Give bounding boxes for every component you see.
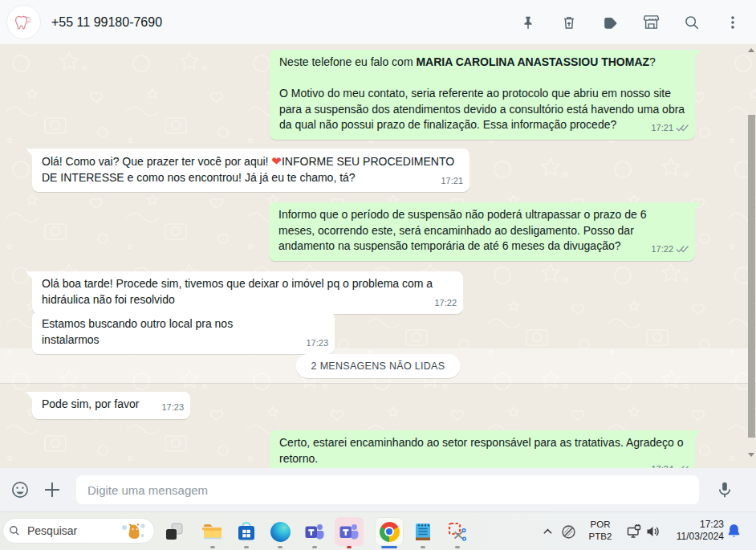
- app-indicator: [278, 546, 282, 548]
- message-text: Neste telefone eu falo com MARIA CAROLIN…: [279, 55, 685, 71]
- chrome-icon[interactable]: [379, 521, 400, 542]
- search-icon[interactable]: [683, 14, 701, 31]
- network-icon[interactable]: [627, 524, 642, 540]
- bubble-tail: [694, 202, 701, 210]
- scroll-up-arrow-icon[interactable]: [748, 48, 754, 52]
- label-icon[interactable]: [601, 14, 619, 31]
- app-indicator: [244, 546, 249, 548]
- bubble-tail: [26, 149, 33, 157]
- trash-icon[interactable]: [560, 14, 578, 31]
- message-bubble-incoming: Olá boa tarde! Procede sim, tivemos que …: [32, 271, 463, 314]
- hidden-icons-chevron[interactable]: [543, 528, 553, 535]
- message-bubble-outgoing: Certo, estarei encaminhando ao setor res…: [270, 430, 695, 468]
- mic-icon[interactable]: [714, 479, 735, 500]
- language-indicator[interactable]: POR PTB2: [585, 519, 616, 543]
- microsoft-store-icon[interactable]: [236, 521, 257, 542]
- bubble-tail: [26, 271, 33, 279]
- search-highlight-image: [120, 522, 146, 541]
- message-input[interactable]: [76, 475, 699, 504]
- contact-phone-title[interactable]: +55 11 99180-7690: [51, 15, 162, 30]
- message-text: O Motivo do meu contato, seria referente…: [279, 86, 685, 133]
- contact-avatar[interactable]: [6, 5, 41, 39]
- clock-time: 17:23: [669, 519, 724, 531]
- scrollbar-thumb[interactable]: [748, 115, 755, 438]
- taskbar-clock[interactable]: 17:23 11/03/2024: [669, 519, 724, 543]
- red-heart-emoji: ❤: [271, 154, 282, 168]
- teams-icon[interactable]: [304, 521, 325, 542]
- blocked-status-icon[interactable]: [561, 524, 576, 540]
- search-label: Pesquisar: [27, 524, 77, 537]
- message-bubble-incoming: Olá! Como vai? Que prazer ter você por a…: [32, 149, 469, 192]
- message-time: 17:22: [651, 242, 673, 258]
- notepad-icon[interactable]: [413, 521, 433, 542]
- search-icon: [9, 525, 20, 536]
- message-text: Estamos buscando outro local pra nos ins…: [42, 316, 325, 348]
- message-text: Olá boa tarde! Procede sim, tivemos que …: [42, 276, 453, 308]
- message-bubble-outgoing: Informo que o período de suspensão não p…: [269, 202, 695, 261]
- language-top: POR: [585, 519, 616, 531]
- bubble-tail: [694, 430, 701, 438]
- whatsapp-desktop-window: +55 11 99180-7690: [0, 0, 756, 550]
- unread-messages-divider: 2 MENSAGENS NÃO LIDAS: [296, 354, 461, 378]
- scroll-down-arrow-icon[interactable]: [748, 453, 754, 457]
- kebab-menu-icon[interactable]: [724, 14, 742, 31]
- clinic-tooth-logo-icon: [12, 10, 36, 35]
- double-check-icon: [676, 124, 689, 132]
- app-indicator: [312, 546, 317, 548]
- app-indicator-active: [381, 546, 397, 548]
- message-time: 17:21: [651, 120, 673, 136]
- notification-bell-icon[interactable]: [727, 524, 741, 539]
- app-indicator: [455, 546, 460, 548]
- emoji-icon[interactable]: [10, 479, 30, 500]
- volume-icon[interactable]: [646, 525, 660, 538]
- taskbar-search[interactable]: Pesquisar: [2, 518, 155, 544]
- task-view-icon[interactable]: [165, 523, 183, 540]
- app-indicator-attention: [347, 546, 352, 548]
- message-bubble-outgoing: Neste telefone eu falo com MARIA CAROLIN…: [270, 50, 695, 140]
- message-time: 17:24: [651, 462, 673, 469]
- clock-date: 11/03/2024: [669, 531, 724, 543]
- chat-area: Neste telefone eu falo com MARIA CAROLIN…: [0, 44, 756, 468]
- storefront-icon[interactable]: [642, 14, 660, 31]
- teams-secondary-icon[interactable]: [339, 521, 360, 542]
- windows-taskbar: Pesquisar: [0, 511, 756, 550]
- header-actions: [519, 0, 742, 44]
- app-indicator: [421, 546, 425, 548]
- double-check-icon: [676, 245, 689, 254]
- message-text: Certo, estarei encaminhando ao setor res…: [279, 435, 685, 466]
- attach-plus-icon[interactable]: [42, 479, 63, 500]
- message-time: 17:23: [306, 336, 328, 352]
- message-bubble-incoming: Estamos buscando outro local pra nos ins…: [32, 312, 335, 354]
- chat-scrollbar[interactable]: [747, 44, 756, 468]
- bubble-tail: [694, 50, 701, 58]
- bubble-tail: [26, 392, 33, 400]
- file-explorer-icon[interactable]: [202, 521, 223, 542]
- app-indicator: [210, 546, 215, 548]
- message-time: 17:22: [434, 295, 457, 312]
- message-time: 17:23: [161, 400, 184, 416]
- message-composer-bar: [0, 468, 756, 511]
- message-text: Olá! Como vai? Que prazer ter você por a…: [42, 153, 460, 185]
- message-meta: 17:21: [651, 120, 689, 136]
- message-bubble-incoming: Pode sim, por favor 17:23: [32, 392, 190, 419]
- message-text: Pode sim, por favor: [42, 397, 181, 413]
- chat-header: +55 11 99180-7690: [0, 0, 756, 44]
- pin-icon[interactable]: [519, 14, 537, 31]
- edge-icon[interactable]: [270, 521, 291, 542]
- message-text: Informo que o período de suspensão não p…: [278, 207, 685, 255]
- language-bottom: PTB2: [585, 531, 616, 543]
- message-time: 17:21: [441, 173, 463, 189]
- snipping-tool-icon[interactable]: [447, 521, 468, 542]
